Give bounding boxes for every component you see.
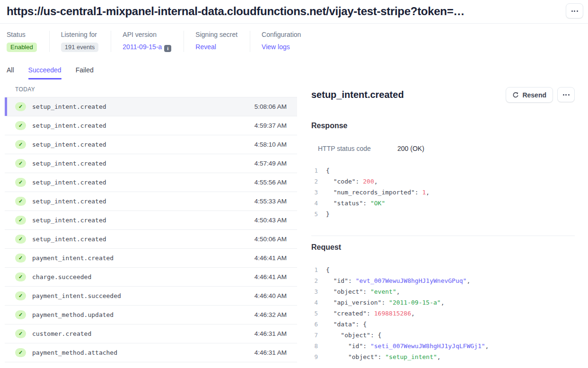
success-check-icon: ✓ — [15, 197, 26, 206]
code-token: "data": { — [326, 319, 367, 330]
event-row[interactable]: ✓setup_intent.created4:50:43 AM — [5, 211, 297, 230]
info-icon: i — [164, 45, 171, 52]
code-line: 2 "code": 200, — [311, 176, 575, 187]
detail-more-options-button[interactable] — [557, 87, 575, 102]
event-row[interactable]: ✓setup_intent.created5:08:06 AM — [5, 97, 297, 116]
event-time: 4:46:31 AM — [255, 330, 287, 337]
event-row[interactable]: ✓setup_intent.created4:58:10 AM — [5, 135, 297, 154]
success-check-icon: ✓ — [15, 272, 26, 281]
code-line: 8 "id": "seti_007WewuJW8hgHJ1yJqLFWGj1", — [311, 341, 575, 351]
event-row[interactable]: ✓setup_intent.created4:50:06 AM — [5, 230, 297, 249]
code-line: 3 "object": "event", — [311, 286, 575, 297]
resend-button[interactable]: Resend — [506, 87, 553, 103]
event-row[interactable]: ✓customer.created4:46:31 AM — [5, 324, 297, 343]
event-filter-tabs: All Succeeded Failed — [0, 52, 588, 79]
event-time: 4:58:10 AM — [255, 141, 287, 148]
line-number: 5 — [311, 209, 318, 219]
event-name: setup_intent.created — [32, 103, 106, 110]
code-token: , — [441, 297, 445, 308]
code-token: , — [411, 308, 415, 319]
event-row[interactable]: ✓payment_method.updated4:46:32 AM — [5, 306, 297, 324]
api-version-section: API version 2011-09-15-ai — [111, 31, 184, 52]
event-row[interactable]: ✓payment_method.attached4:46:31 AM — [5, 343, 297, 362]
success-check-icon: ✓ — [15, 159, 26, 168]
success-check-icon: ✓ — [15, 216, 26, 225]
code-token: "OK" — [370, 198, 385, 209]
line-number: 8 — [311, 341, 318, 351]
code-line: 6 "data": { — [311, 319, 575, 330]
http-status-label: HTTP status code — [318, 145, 397, 152]
code-token: "code": — [326, 176, 363, 187]
line-number: 4 — [311, 198, 318, 209]
line-number: 3 — [311, 286, 318, 297]
ellipsis-icon — [577, 10, 578, 12]
status-section: Status Enabled — [7, 31, 49, 52]
reveal-secret-link[interactable]: Reveal — [195, 43, 216, 51]
success-check-icon: ✓ — [15, 310, 26, 319]
section-divider — [311, 236, 575, 236]
line-number: 4 — [311, 297, 318, 308]
code-line: 7 "object": { — [311, 330, 575, 341]
code-line: 4 "status": "OK" — [311, 198, 575, 209]
code-line: 5} — [311, 209, 575, 219]
success-check-icon: ✓ — [15, 102, 26, 111]
code-token: , — [374, 176, 378, 187]
response-code-block: 1{2 "code": 200,3 "num_records_imported"… — [311, 165, 575, 219]
event-name: setup_intent.created — [32, 198, 106, 205]
success-check-icon: ✓ — [15, 291, 26, 300]
code-token: "2011-09-15-a" — [389, 297, 441, 308]
code-token: "id": — [326, 275, 356, 286]
event-name: customer.created — [32, 330, 91, 337]
tab-all[interactable]: All — [7, 66, 14, 79]
event-name: payment_method.attached — [32, 349, 117, 356]
request-section-heading: Request — [311, 243, 575, 252]
code-token: "api_version": — [326, 297, 389, 308]
events-count-badge: 191 events — [61, 43, 99, 52]
code-line: 3 "num_records_imported": 1, — [311, 187, 575, 198]
event-row[interactable]: ✓setup_intent.created4:57:49 AM — [5, 154, 297, 173]
line-number: 1 — [311, 165, 318, 176]
refresh-arrow-icon — [512, 92, 519, 98]
signing-secret-label: Signing secret — [195, 31, 237, 38]
ellipsis-icon — [571, 10, 573, 12]
api-version-value[interactable]: 2011-09-15-a — [123, 43, 162, 51]
code-token: "object": — [326, 286, 370, 297]
event-row[interactable]: ✓charge.succeeded4:46:41 AM — [5, 268, 297, 287]
ellipsis-icon — [574, 10, 575, 12]
event-time: 4:46:40 AM — [255, 292, 287, 299]
event-name: payment_method.updated — [32, 311, 114, 318]
code-line: 5 "created": 1698815286, — [311, 308, 575, 319]
ellipsis-icon — [568, 94, 570, 96]
code-line: 1{ — [311, 264, 575, 275]
event-row[interactable]: ✓setup_intent.created4:59:37 AM — [5, 116, 297, 135]
api-version-label: API version — [123, 31, 171, 38]
event-time: 4:46:32 AM — [255, 311, 287, 318]
event-row[interactable]: ✓setup_intent.created4:55:56 AM — [5, 173, 297, 192]
code-token: { — [326, 264, 330, 275]
event-time: 4:46:41 AM — [255, 273, 287, 280]
status-badge: Enabled — [7, 43, 37, 52]
event-row[interactable]: ✓payment_intent.succeeded4:46:40 AM — [5, 287, 297, 306]
event-row[interactable]: ✓payment_intent.created4:46:41 AM — [5, 249, 297, 268]
code-token: "object": — [326, 351, 385, 362]
status-label: Status — [7, 31, 37, 38]
code-token: "evt_007WewuJW8hgHJ1yWnevGPuq" — [356, 275, 467, 286]
event-row[interactable]: ✓setup_intent.created4:55:33 AM — [5, 192, 297, 211]
webhook-endpoint-url: https://us-central1-mixpanel-internal-da… — [7, 3, 465, 18]
line-number: 2 — [311, 176, 318, 187]
event-name: charge.succeeded — [32, 273, 91, 280]
event-time: 4:55:56 AM — [255, 179, 287, 186]
event-name: setup_intent.created — [32, 141, 106, 148]
line-number: 7 — [311, 330, 318, 341]
header-more-options-button[interactable] — [566, 3, 583, 18]
success-check-icon: ✓ — [15, 235, 26, 244]
tab-failed[interactable]: Failed — [76, 66, 94, 79]
success-check-icon: ✓ — [15, 140, 26, 149]
view-logs-link[interactable]: View logs — [262, 43, 290, 51]
status-bar: Status Enabled Listening for 191 events … — [0, 24, 588, 52]
signing-secret-section: Signing secret Reveal — [184, 31, 250, 52]
code-token: "object": { — [326, 330, 381, 341]
date-group-header: TODAY — [5, 82, 297, 97]
tab-succeeded[interactable]: Succeeded — [28, 66, 61, 79]
code-token: { — [326, 165, 330, 176]
